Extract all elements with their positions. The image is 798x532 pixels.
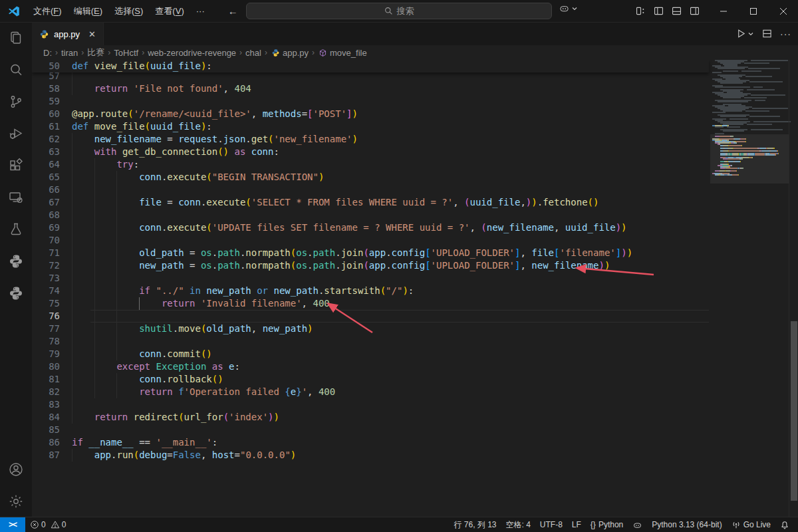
- menu-file[interactable]: 文件(F): [27, 3, 68, 19]
- breadcrumb-segment-file[interactable]: app.py: [283, 48, 309, 58]
- run-python-button[interactable]: [736, 29, 754, 39]
- problems-indicator[interactable]: 0 0: [25, 520, 70, 529]
- code-line[interactable]: 69conn.execute('UPDATE files SET filenam…: [32, 221, 709, 234]
- code-line[interactable]: 75return 'Invalid filename', 400: [32, 297, 709, 310]
- code-line[interactable]: 83: [32, 398, 709, 411]
- accounts-icon[interactable]: [0, 454, 32, 485]
- code-line[interactable]: 58return 'File not found', 404: [32, 82, 709, 95]
- code-line[interactable]: 80except Exception as e:: [32, 360, 709, 373]
- copilot-button[interactable]: [559, 3, 578, 14]
- minimap-content: [710, 60, 789, 517]
- code-line[interactable]: 68: [32, 209, 709, 221]
- source-control-icon[interactable]: [0, 86, 32, 118]
- code-line[interactable]: 62new_filename = request.json.get('new_f…: [32, 133, 709, 146]
- run-dropdown-chevron-icon[interactable]: [747, 31, 754, 37]
- code-line[interactable]: 59: [32, 95, 709, 108]
- split-editor-icon[interactable]: [762, 29, 772, 39]
- maximize-button[interactable]: [738, 0, 768, 22]
- python-environments-icon[interactable]: [0, 277, 32, 309]
- code-editor[interactable]: 5758return 'File not found', 4045960@app…: [32, 60, 798, 517]
- settings-gear-icon[interactable]: [0, 485, 32, 517]
- code-line[interactable]: 85: [32, 424, 709, 436]
- code-line[interactable]: 86if __name__ == '__main__':: [32, 436, 709, 449]
- toggle-secondary-sidebar-icon[interactable]: [689, 5, 700, 17]
- sticky-line-number: 50: [32, 60, 60, 72]
- minimap-slider[interactable]: [710, 134, 789, 184]
- search-view-icon[interactable]: [0, 54, 32, 86]
- code-line[interactable]: 70: [32, 234, 709, 247]
- search-input[interactable]: 搜索: [246, 3, 552, 19]
- sticky-scroll-line[interactable]: 50 def view_file(uuid_file):: [32, 60, 709, 72]
- tab-bar: app.py ✕ ···: [32, 22, 798, 45]
- code-line[interactable]: 87app.run(debug=False, host="0.0.0.0"): [32, 449, 709, 462]
- status-bar: >< 0 0 行 76, 列 13 空格: 4 UTF-8 LF {} Pyth…: [0, 517, 798, 532]
- code-line[interactable]: 74if "../" in new_path or new_path.start…: [32, 285, 709, 297]
- notifications-bell[interactable]: [775, 520, 794, 529]
- close-button[interactable]: [768, 0, 798, 22]
- vertical-scrollbar[interactable]: [789, 60, 798, 517]
- code-lines: 5758return 'File not found', 4045960@app…: [32, 60, 798, 517]
- indentation-setting[interactable]: 空格: 4: [501, 519, 535, 531]
- scrollbar-thumb[interactable]: [791, 321, 797, 501]
- testing-icon[interactable]: [0, 213, 32, 245]
- menu-selection[interactable]: 选择(S): [108, 3, 149, 19]
- encoding-setting[interactable]: UTF-8: [535, 520, 567, 529]
- eol-setting[interactable]: LF: [567, 520, 586, 529]
- code-line[interactable]: 77shutil.move(old_path, new_path): [32, 323, 709, 335]
- toggle-sidebar-icon[interactable]: [653, 5, 664, 17]
- breadcrumb-segment[interactable]: chal: [245, 48, 261, 58]
- minimize-button[interactable]: [708, 0, 738, 22]
- tab-app-py[interactable]: app.py ✕: [32, 22, 104, 45]
- language-mode[interactable]: {} Python: [586, 520, 628, 529]
- error-icon: [30, 520, 39, 529]
- breadcrumb-segment[interactable]: ToHctf: [114, 48, 138, 58]
- breadcrumb-segment[interactable]: D:: [43, 48, 52, 58]
- warning-icon: [51, 520, 60, 529]
- code-line[interactable]: 78: [32, 335, 709, 348]
- sticky-line-text: def view_file(uuid_file):: [72, 60, 212, 72]
- nav-back-icon[interactable]: ←: [228, 5, 238, 17]
- code-line[interactable]: 81conn.rollback(): [32, 373, 709, 386]
- code-line[interactable]: 60@app.route('/rename/<uuid_file>', meth…: [32, 108, 709, 120]
- code-line[interactable]: 67file = conn.execute('SELECT * FROM fil…: [32, 196, 709, 209]
- code-line[interactable]: 63with get_db_connection() as conn:: [32, 146, 709, 158]
- code-line[interactable]: 71old_path = os.path.normpath(os.path.jo…: [32, 247, 709, 259]
- code-line[interactable]: 64try:: [32, 158, 709, 171]
- code-line[interactable]: 84return redirect(url_for('index')): [32, 411, 709, 424]
- code-line[interactable]: 73: [32, 272, 709, 285]
- toggle-panel-icon[interactable]: [671, 5, 682, 17]
- menu-edit[interactable]: 编辑(E): [68, 3, 108, 19]
- go-live-button[interactable]: Go Live: [727, 520, 775, 529]
- breadcrumb-segment[interactable]: web-zerodrive-revenge: [148, 48, 236, 58]
- explorer-icon[interactable]: [0, 22, 32, 54]
- extensions-icon[interactable]: [0, 150, 32, 182]
- menu-view[interactable]: 查看(V): [149, 3, 190, 19]
- chevron-down-icon: [571, 5, 578, 12]
- code-line[interactable]: 66: [32, 184, 709, 196]
- tab-close-icon[interactable]: ✕: [88, 29, 96, 39]
- code-line[interactable]: 82return f'Operation failed {e}', 400: [32, 386, 709, 398]
- remote-explorer-icon[interactable]: [0, 182, 32, 213]
- copilot-status[interactable]: [628, 520, 647, 530]
- python-interpreter[interactable]: Python 3.13 (64-bit): [647, 520, 726, 529]
- customize-layout-icon[interactable]: [635, 5, 646, 17]
- breadcrumb-segment[interactable]: tiran: [61, 48, 78, 58]
- code-line[interactable]: 65conn.execute("BEGIN TRANSACTION"): [32, 171, 709, 184]
- menu-more[interactable]: ···: [190, 4, 211, 18]
- python-extension-icon[interactable]: [0, 245, 32, 277]
- run-icon: [736, 29, 746, 39]
- breadcrumb-segment-symbol[interactable]: move_file: [330, 48, 367, 58]
- cursor-position[interactable]: 行 76, 列 13: [449, 519, 501, 531]
- code-line[interactable]: 61def move_file(uuid_file):: [32, 120, 709, 133]
- code-line[interactable]: 76: [32, 310, 709, 323]
- title-bar: 文件(F) 编辑(E) 选择(S) 查看(V) ··· ← → 搜索: [0, 0, 798, 23]
- broadcast-icon: [732, 520, 741, 529]
- editor-more-actions[interactable]: ···: [780, 29, 791, 39]
- breadcrumb-segment[interactable]: 比赛: [87, 47, 104, 59]
- run-debug-icon[interactable]: [0, 118, 32, 150]
- symbol-method-cube-icon: [319, 49, 327, 57]
- remote-indicator[interactable]: ><: [0, 517, 25, 532]
- minimap[interactable]: [710, 60, 789, 517]
- code-line[interactable]: 72new_path = os.path.normpath(os.path.jo…: [32, 259, 709, 272]
- code-line[interactable]: 79conn.commit(): [32, 348, 709, 360]
